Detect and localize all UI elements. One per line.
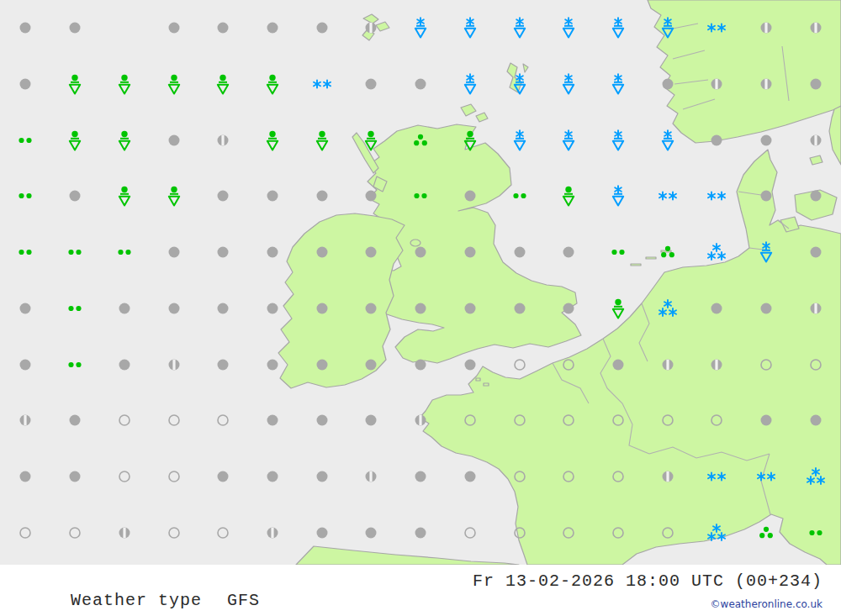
weather-symbol-overcast-cloud	[218, 191, 229, 202]
weather-symbol-partly-cloudy	[711, 360, 722, 371]
weather-symbol-partly-cloudy	[20, 415, 31, 426]
island-isle-of-man	[410, 240, 420, 246]
weather-symbol-overcast-cloud	[711, 135, 722, 146]
weather-symbol-overcast-cloud	[317, 471, 328, 482]
weather-symbol-overcast-cloud	[515, 247, 526, 258]
weather-symbol-overcast-cloud	[465, 471, 476, 482]
weather-symbol-overcast-cloud	[761, 135, 772, 146]
island-wadden-3	[661, 250, 671, 252]
weather-symbol-partly-cloudy	[663, 360, 674, 371]
weather-symbol-overcast-cloud	[20, 303, 31, 314]
weather-symbol-overcast-cloud	[317, 247, 328, 258]
weather-symbol-partly-cloudy	[169, 360, 180, 371]
weather-symbol-overcast-cloud	[218, 303, 229, 314]
weather-symbol-overcast-cloud	[317, 191, 328, 202]
weather-symbol-overcast-cloud	[70, 191, 81, 202]
weather-symbol-overcast-cloud	[465, 191, 476, 202]
weather-symbol-overcast-cloud	[811, 415, 822, 426]
weather-symbol-overcast-cloud	[20, 23, 31, 34]
weather-symbol-overcast-cloud	[811, 247, 822, 258]
weather-symbol-partly-cloudy	[366, 471, 377, 482]
valid-time-label: Fr 13-02-2026 18:00 UTC (00+234)	[473, 571, 822, 591]
weather-symbol-overcast-cloud	[20, 360, 31, 371]
weather-symbol-overcast-cloud	[465, 303, 476, 314]
weather-symbol-overcast-cloud	[366, 360, 377, 371]
weather-symbol-overcast-cloud	[761, 415, 772, 426]
weather-symbol-overcast-cloud	[415, 247, 426, 258]
copyright-label: ©weatheronline.co.uk	[711, 598, 822, 610]
weather-symbol-overcast-cloud	[613, 360, 624, 371]
weather-symbol-overcast-cloud	[267, 23, 278, 34]
weather-symbol-overcast-cloud	[218, 23, 229, 34]
weather-symbol-overcast-cloud	[218, 471, 229, 482]
weather-symbol-partly-cloudy	[267, 528, 278, 539]
weather-symbol-overcast-cloud	[415, 471, 426, 482]
weather-symbol-overcast-cloud	[267, 415, 278, 426]
weather-symbol-partly-cloudy	[761, 23, 772, 34]
weather-symbol-overcast-cloud	[563, 303, 574, 314]
island-jersey	[484, 383, 489, 386]
weather-symbol-partly-cloudy	[811, 23, 822, 34]
island-guernsey	[476, 378, 480, 381]
weather-symbol-partly-cloudy	[663, 471, 674, 482]
weather-symbol-overcast-cloud	[563, 247, 574, 258]
weather-symbol-overcast-cloud	[267, 191, 278, 202]
weather-symbol-partly-cloudy	[415, 415, 426, 426]
weather-symbol-overcast-cloud	[366, 191, 377, 202]
island-wadden-1	[631, 264, 641, 266]
weather-symbol-overcast-cloud	[366, 528, 377, 539]
weather-symbol-partly-cloudy	[366, 23, 377, 34]
weather-symbol-overcast-cloud	[267, 471, 278, 482]
weather-symbol-overcast-cloud	[70, 23, 81, 34]
map-canvas	[0, 0, 841, 565]
weather-symbol-overcast-cloud	[465, 360, 476, 371]
weather-symbol-overcast-cloud	[761, 191, 772, 202]
weather-symbol-overcast-cloud	[20, 471, 31, 482]
weather-symbol-overcast-cloud	[317, 360, 328, 371]
weather-symbol-overcast-cloud	[20, 79, 31, 90]
weather-symbol-overcast-cloud	[811, 79, 822, 90]
weather-symbol-overcast-cloud	[761, 303, 772, 314]
weather-symbol-overcast-cloud	[663, 79, 674, 90]
weather-symbol-overcast-cloud	[465, 247, 476, 258]
weather-symbol-overcast-cloud	[317, 23, 328, 34]
weather-symbol-overcast-cloud	[169, 135, 180, 146]
weather-symbol-overcast-cloud	[218, 360, 229, 371]
model-label: GFS	[227, 591, 260, 610]
weather-map-page: Weather typeGFS Fr 13-02-2026 18:00 UTC …	[0, 0, 841, 616]
weather-symbol-overcast-cloud	[169, 23, 180, 34]
weather-symbol-overcast-cloud	[366, 303, 377, 314]
weather-symbol-overcast-cloud	[711, 303, 722, 314]
weather-symbol-overcast-cloud	[267, 360, 278, 371]
weather-symbol-partly-cloudy	[119, 528, 130, 539]
weather-symbol-overcast-cloud	[119, 303, 130, 314]
weather-symbol-overcast-cloud	[415, 360, 426, 371]
weather-symbol-overcast-cloud	[317, 415, 328, 426]
weather-symbol-partly-cloudy	[218, 135, 229, 146]
weather-map	[0, 0, 841, 565]
weather-symbol-overcast-cloud	[366, 247, 377, 258]
weather-symbol-overcast-cloud	[317, 303, 328, 314]
map-title: Weather typeGFS	[5, 571, 260, 616]
weather-symbol-overcast-cloud	[267, 303, 278, 314]
weather-symbol-overcast-cloud	[70, 415, 81, 426]
weather-symbol-overcast-cloud	[70, 471, 81, 482]
weather-symbol-overcast-cloud	[366, 79, 377, 90]
weather-symbol-partly-cloudy	[811, 303, 822, 314]
weather-symbol-partly-cloudy	[811, 135, 822, 146]
weather-symbol-overcast-cloud	[267, 247, 278, 258]
weather-symbol-overcast-cloud	[218, 247, 229, 258]
weather-symbol-overcast-cloud	[169, 303, 180, 314]
status-bar: Weather typeGFS Fr 13-02-2026 18:00 UTC …	[0, 565, 841, 616]
weather-symbol-overcast-cloud	[169, 247, 180, 258]
weather-symbol-overcast-cloud	[415, 79, 426, 90]
weather-symbol-overcast-cloud	[119, 360, 130, 371]
weather-symbol-overcast-cloud	[415, 528, 426, 539]
product-label: Weather type	[71, 591, 202, 610]
weather-symbol-partly-cloudy	[761, 79, 772, 90]
island-wadden-2	[646, 257, 656, 259]
weather-symbol-overcast-cloud	[415, 303, 426, 314]
weather-symbol-overcast-cloud	[811, 191, 822, 202]
weather-symbol-overcast-cloud	[317, 528, 328, 539]
weather-symbol-overcast-cloud	[515, 303, 526, 314]
